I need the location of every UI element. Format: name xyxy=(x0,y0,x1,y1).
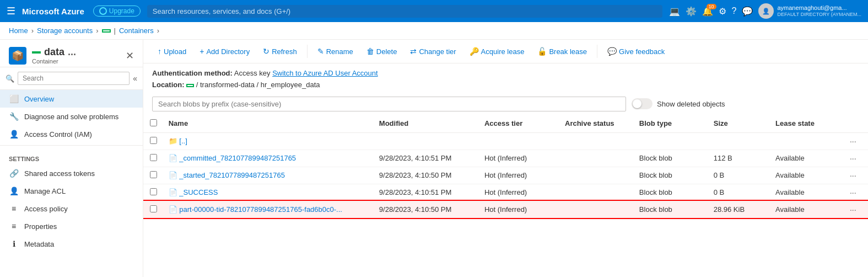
give-feedback-button[interactable]: 💬 Give feedback xyxy=(602,44,670,58)
table-header-row: Name Modified Access tier Archive status… xyxy=(143,115,868,133)
row-name[interactable]: 📁 [..] xyxy=(162,132,373,150)
row-more-button[interactable]: ··· xyxy=(850,188,856,197)
change-tier-button[interactable]: ⇄ Change tier xyxy=(405,44,461,58)
iam-icon: 👤 xyxy=(9,130,19,138)
break-lease-icon: 🔓 xyxy=(537,47,547,56)
row-name[interactable]: 📄 part-00000-tid-7821077899487251765-fad… xyxy=(162,201,373,218)
sidebar-item-access-policy[interactable]: ≡ Access policy xyxy=(0,200,143,217)
col-header-name[interactable]: Name xyxy=(162,115,373,133)
row-checkbox[interactable] xyxy=(150,188,157,195)
row-more-button[interactable]: ··· xyxy=(850,154,856,163)
show-deleted-label: Show deleted objects xyxy=(657,100,725,108)
row-checkbox[interactable] xyxy=(150,205,157,212)
col-header-modified[interactable]: Modified xyxy=(373,115,478,133)
cloud-shell-icon[interactable]: 💻 xyxy=(669,6,680,17)
table-row: 📄 _SUCCESS 9/28/2023, 4:10:51 PM Hot (In… xyxy=(143,184,868,201)
top-navigation: ☰ Microsoft Azure Upgrade 💻 ⚙️ 🔔 10 ⚙ ? … xyxy=(0,0,868,22)
shared-access-icon: 🔗 xyxy=(9,169,19,178)
refresh-button[interactable]: ↻ Refresh xyxy=(257,44,303,58)
settings-icon[interactable]: ⚙ xyxy=(719,6,726,17)
row-checkbox[interactable] xyxy=(150,154,157,161)
close-button[interactable]: ✕ xyxy=(126,50,134,62)
row-checkbox[interactable] xyxy=(150,171,157,178)
properties-icon: ≡ xyxy=(9,222,19,231)
sidebar-item-label: Properties xyxy=(24,222,57,231)
blob-table: Name Modified Access tier Archive status… xyxy=(143,115,868,219)
sidebar-item-label: Access Control (IAM) xyxy=(24,130,92,138)
row-more-cell: ··· xyxy=(843,201,868,218)
blob-search-input[interactable] xyxy=(152,97,626,111)
user-email: aymanemaghouti@gma... xyxy=(777,4,861,12)
location-label: Location: xyxy=(152,81,185,89)
col-header-lease-state[interactable]: Lease state xyxy=(769,115,843,133)
container-ellipsis[interactable]: ... xyxy=(68,46,76,58)
show-deleted-toggle[interactable] xyxy=(632,98,653,109)
row-name[interactable]: 📄 _SUCCESS xyxy=(162,184,373,201)
auth-method-label: Authentication method: xyxy=(152,69,233,77)
col-header-more xyxy=(843,115,868,133)
breadcrumb-account[interactable] xyxy=(102,29,111,33)
row-more-button[interactable]: ··· xyxy=(850,171,856,180)
row-more-button[interactable]: ··· xyxy=(850,137,856,146)
break-lease-button[interactable]: 🔓 Break lease xyxy=(532,44,592,58)
sidebar-collapse-icon[interactable]: « xyxy=(133,74,137,83)
sidebar-nav: ⬜ Overview 🔧 Diagnose and solve problems… xyxy=(0,90,143,277)
global-search-input[interactable] xyxy=(147,5,662,18)
notification-badge: 10 xyxy=(707,4,716,9)
feedback-icon[interactable]: 💬 xyxy=(742,6,753,17)
row-archive-status xyxy=(558,184,633,201)
sidebar-item-overview[interactable]: ⬜ Overview xyxy=(0,90,143,108)
upgrade-icon xyxy=(99,7,107,15)
sidebar-item-shared-access[interactable]: 🔗 Shared access tokens xyxy=(0,164,143,182)
row-archive-status xyxy=(558,132,633,150)
rename-button[interactable]: ✎ Rename xyxy=(312,44,359,58)
sidebar-item-iam[interactable]: 👤 Access Control (IAM) xyxy=(0,125,143,143)
help-icon[interactable]: ? xyxy=(732,6,737,16)
overview-icon: ⬜ xyxy=(9,94,19,103)
search-icon: 🔍 xyxy=(6,74,14,83)
breadcrumb-storage-accounts[interactable]: Storage accounts xyxy=(37,26,93,35)
row-lease-state: Available xyxy=(769,201,843,218)
avatar: 👤 xyxy=(758,3,774,19)
col-header-size[interactable]: Size xyxy=(707,115,769,133)
access-policy-icon: ≡ xyxy=(9,204,19,213)
col-header-archive-status[interactable]: Archive status xyxy=(558,115,633,133)
row-size xyxy=(707,132,769,150)
row-name[interactable]: 📄 _started_7821077899487251765 xyxy=(162,167,373,184)
row-blob-type: Block blob xyxy=(633,184,707,201)
delete-icon: 🗑 xyxy=(366,47,374,56)
breadcrumb-containers[interactable]: Containers xyxy=(119,26,154,35)
select-all-checkbox-header xyxy=(143,115,162,133)
row-more-cell: ··· xyxy=(843,132,868,150)
row-checkbox[interactable] xyxy=(150,137,157,144)
row-checkbox-cell xyxy=(143,201,162,218)
switch-auth-link[interactable]: Switch to Azure AD User Account xyxy=(272,69,378,77)
sidebar-search-input[interactable] xyxy=(18,72,130,85)
acquire-lease-button[interactable]: 🔑 Acquire lease xyxy=(464,44,530,58)
breadcrumb-home[interactable]: Home xyxy=(9,26,28,35)
row-name[interactable]: 📄 _committed_7821077899487251765 xyxy=(162,150,373,167)
sidebar-item-properties[interactable]: ≡ Properties xyxy=(0,217,143,235)
row-blob-type: Block blob xyxy=(633,150,707,167)
row-more-button[interactable]: ··· xyxy=(850,205,856,214)
sidebar-search-bar: 🔍 « xyxy=(0,67,143,90)
add-directory-button[interactable]: + Add Directory xyxy=(194,44,255,58)
row-archive-status xyxy=(558,167,633,184)
col-header-access-tier[interactable]: Access tier xyxy=(478,115,558,133)
content-area: ↑ Upload + Add Directory ↻ Refresh ✎ Ren… xyxy=(143,40,868,277)
sidebar-item-manage-acl[interactable]: 👤 Manage ACL xyxy=(0,182,143,200)
select-all-checkbox[interactable] xyxy=(150,119,157,126)
col-header-blob-type[interactable]: Blob type xyxy=(633,115,707,133)
delete-button[interactable]: 🗑 Delete xyxy=(361,44,403,58)
upload-button[interactable]: ↑ Upload xyxy=(152,44,192,58)
sidebar-item-metadata[interactable]: ℹ Metadata xyxy=(0,235,143,253)
portal-menu-icon[interactable]: ⚙️ xyxy=(686,6,697,17)
row-access-tier: Hot (Inferred) xyxy=(478,167,558,184)
sidebar-item-diagnose[interactable]: 🔧 Diagnose and solve problems xyxy=(0,108,143,125)
sidebar: 📦 data ... Container ✕ 🔍 « ⬜ Overview xyxy=(0,40,143,277)
user-info[interactable]: 👤 aymanemaghouti@gma... DEFAULT DIRECTOR… xyxy=(758,3,861,19)
notifications-icon[interactable]: 🔔 10 xyxy=(702,6,713,17)
hamburger-menu[interactable]: ☰ xyxy=(7,5,15,17)
upgrade-button[interactable]: Upgrade xyxy=(93,6,141,17)
row-size: 0 B xyxy=(707,184,769,201)
